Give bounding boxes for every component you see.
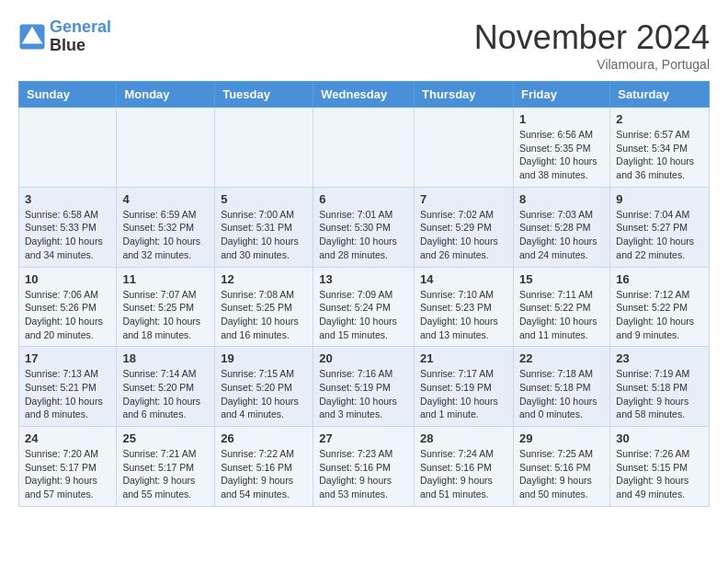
day-info: Sunrise: 6:59 AMSunset: 5:32 PMDaylight:… [122, 208, 209, 262]
day-number: 30 [616, 431, 703, 445]
calendar-cell: 18Sunrise: 7:14 AMSunset: 5:20 PMDayligh… [117, 347, 215, 427]
calendar-cell: 19Sunrise: 7:15 AMSunset: 5:20 PMDayligh… [215, 347, 313, 427]
day-number: 13 [319, 272, 408, 286]
day-info: Sunrise: 7:25 AMSunset: 5:16 PMDaylight:… [519, 447, 604, 501]
calendar-week-0: 1Sunrise: 6:56 AMSunset: 5:35 PMDaylight… [19, 108, 710, 188]
day-info: Sunrise: 7:02 AMSunset: 5:29 PMDaylight:… [420, 208, 507, 262]
day-info: Sunrise: 7:12 AMSunset: 5:22 PMDaylight:… [616, 288, 703, 342]
day-info: Sunrise: 7:10 AMSunset: 5:23 PMDaylight:… [420, 288, 507, 342]
calendar-cell: 1Sunrise: 6:56 AMSunset: 5:35 PMDaylight… [513, 108, 609, 188]
day-number: 19 [221, 351, 307, 365]
calendar-week-4: 24Sunrise: 7:20 AMSunset: 5:17 PMDayligh… [19, 427, 710, 507]
day-info: Sunrise: 6:58 AMSunset: 5:33 PMDaylight:… [25, 208, 110, 262]
calendar-cell: 8Sunrise: 7:03 AMSunset: 5:28 PMDaylight… [513, 187, 609, 267]
calendar-cell: 27Sunrise: 7:23 AMSunset: 5:16 PMDayligh… [313, 427, 415, 507]
th-wednesday: Wednesday [313, 82, 415, 108]
header-row: Sunday Monday Tuesday Wednesday Thursday… [19, 82, 710, 108]
location: Vilamoura, Portugal [474, 57, 710, 72]
calendar-cell: 10Sunrise: 7:06 AMSunset: 5:26 PMDayligh… [19, 267, 117, 347]
logo-text: General Blue [50, 18, 111, 55]
calendar-cell: 28Sunrise: 7:24 AMSunset: 5:16 PMDayligh… [415, 427, 514, 507]
day-info: Sunrise: 7:20 AMSunset: 5:17 PMDaylight:… [25, 447, 110, 501]
calendar-body: 1Sunrise: 6:56 AMSunset: 5:35 PMDaylight… [19, 108, 710, 507]
th-tuesday: Tuesday [215, 82, 313, 108]
day-number: 29 [519, 431, 604, 445]
calendar-cell: 9Sunrise: 7:04 AMSunset: 5:27 PMDaylight… [610, 187, 710, 267]
day-info: Sunrise: 7:07 AMSunset: 5:25 PMDaylight:… [122, 288, 209, 342]
day-info: Sunrise: 7:11 AMSunset: 5:22 PMDaylight:… [519, 288, 604, 342]
day-info: Sunrise: 6:56 AMSunset: 5:35 PMDaylight:… [519, 128, 604, 182]
day-number: 5 [221, 192, 307, 206]
th-sunday: Sunday [19, 82, 117, 108]
day-info: Sunrise: 7:17 AMSunset: 5:19 PMDaylight:… [420, 367, 507, 421]
calendar-cell: 23Sunrise: 7:19 AMSunset: 5:18 PMDayligh… [610, 347, 710, 427]
calendar-cell: 4Sunrise: 6:59 AMSunset: 5:32 PMDaylight… [117, 187, 215, 267]
day-number: 21 [420, 351, 507, 365]
calendar-header: Sunday Monday Tuesday Wednesday Thursday… [19, 82, 710, 108]
th-monday: Monday [117, 82, 215, 108]
day-info: Sunrise: 7:04 AMSunset: 5:27 PMDaylight:… [616, 208, 703, 262]
month-title: November 2024 [474, 18, 710, 57]
calendar-week-3: 17Sunrise: 7:13 AMSunset: 5:21 PMDayligh… [19, 347, 710, 427]
day-number: 8 [519, 192, 604, 206]
day-info: Sunrise: 7:21 AMSunset: 5:17 PMDaylight:… [122, 447, 209, 501]
calendar-cell: 21Sunrise: 7:17 AMSunset: 5:19 PMDayligh… [415, 347, 514, 427]
calendar-cell: 30Sunrise: 7:26 AMSunset: 5:15 PMDayligh… [610, 427, 710, 507]
calendar-cell [313, 108, 415, 188]
day-info: Sunrise: 6:57 AMSunset: 5:34 PMDaylight:… [616, 128, 703, 182]
day-number: 2 [616, 112, 703, 126]
day-info: Sunrise: 7:03 AMSunset: 5:28 PMDaylight:… [519, 208, 604, 262]
calendar-cell: 11Sunrise: 7:07 AMSunset: 5:25 PMDayligh… [117, 267, 215, 347]
day-info: Sunrise: 7:13 AMSunset: 5:21 PMDaylight:… [25, 367, 110, 421]
day-info: Sunrise: 7:19 AMSunset: 5:18 PMDaylight:… [616, 367, 703, 421]
calendar-cell: 26Sunrise: 7:22 AMSunset: 5:16 PMDayligh… [215, 427, 313, 507]
day-info: Sunrise: 7:06 AMSunset: 5:26 PMDaylight:… [25, 288, 110, 342]
title-block: November 2024 Vilamoura, Portugal [474, 18, 710, 72]
day-number: 27 [319, 431, 408, 445]
calendar-cell: 17Sunrise: 7:13 AMSunset: 5:21 PMDayligh… [19, 347, 117, 427]
logo: General Blue [18, 18, 111, 55]
calendar-cell: 15Sunrise: 7:11 AMSunset: 5:22 PMDayligh… [513, 267, 609, 347]
calendar-cell: 20Sunrise: 7:16 AMSunset: 5:19 PMDayligh… [313, 347, 415, 427]
day-info: Sunrise: 7:01 AMSunset: 5:30 PMDaylight:… [319, 208, 408, 262]
th-friday: Friday [513, 82, 609, 108]
page-header: General Blue November 2024 Vilamoura, Po… [18, 18, 710, 72]
th-thursday: Thursday [415, 82, 514, 108]
day-info: Sunrise: 7:26 AMSunset: 5:15 PMDaylight:… [616, 447, 703, 501]
calendar-cell: 14Sunrise: 7:10 AMSunset: 5:23 PMDayligh… [415, 267, 514, 347]
day-number: 1 [519, 112, 604, 126]
day-number: 20 [319, 351, 408, 365]
calendar-cell [117, 108, 215, 188]
calendar-cell: 12Sunrise: 7:08 AMSunset: 5:25 PMDayligh… [215, 267, 313, 347]
th-saturday: Saturday [610, 82, 710, 108]
day-number: 16 [616, 272, 703, 286]
calendar-cell [215, 108, 313, 188]
day-number: 17 [25, 351, 110, 365]
calendar-week-2: 10Sunrise: 7:06 AMSunset: 5:26 PMDayligh… [19, 267, 710, 347]
calendar-cell: 3Sunrise: 6:58 AMSunset: 5:33 PMDaylight… [19, 187, 117, 267]
day-info: Sunrise: 7:15 AMSunset: 5:20 PMDaylight:… [221, 367, 307, 421]
day-info: Sunrise: 7:14 AMSunset: 5:20 PMDaylight:… [122, 367, 209, 421]
day-number: 23 [616, 351, 703, 365]
calendar-cell: 16Sunrise: 7:12 AMSunset: 5:22 PMDayligh… [610, 267, 710, 347]
calendar-cell: 22Sunrise: 7:18 AMSunset: 5:18 PMDayligh… [513, 347, 609, 427]
calendar-cell [19, 108, 117, 188]
day-number: 7 [420, 192, 507, 206]
day-number: 3 [25, 192, 110, 206]
calendar-cell: 6Sunrise: 7:01 AMSunset: 5:30 PMDaylight… [313, 187, 415, 267]
calendar-cell: 13Sunrise: 7:09 AMSunset: 5:24 PMDayligh… [313, 267, 415, 347]
day-number: 10 [25, 272, 110, 286]
day-number: 25 [122, 431, 209, 445]
day-info: Sunrise: 7:00 AMSunset: 5:31 PMDaylight:… [221, 208, 307, 262]
day-number: 11 [122, 272, 209, 286]
calendar-cell: 29Sunrise: 7:25 AMSunset: 5:16 PMDayligh… [513, 427, 609, 507]
calendar-cell: 25Sunrise: 7:21 AMSunset: 5:17 PMDayligh… [117, 427, 215, 507]
day-number: 28 [420, 431, 507, 445]
day-number: 26 [221, 431, 307, 445]
calendar-cell: 24Sunrise: 7:20 AMSunset: 5:17 PMDayligh… [19, 427, 117, 507]
day-number: 6 [319, 192, 408, 206]
calendar-week-1: 3Sunrise: 6:58 AMSunset: 5:33 PMDaylight… [19, 187, 710, 267]
calendar-cell: 7Sunrise: 7:02 AMSunset: 5:29 PMDaylight… [415, 187, 514, 267]
logo-icon [18, 23, 46, 51]
day-number: 12 [221, 272, 307, 286]
